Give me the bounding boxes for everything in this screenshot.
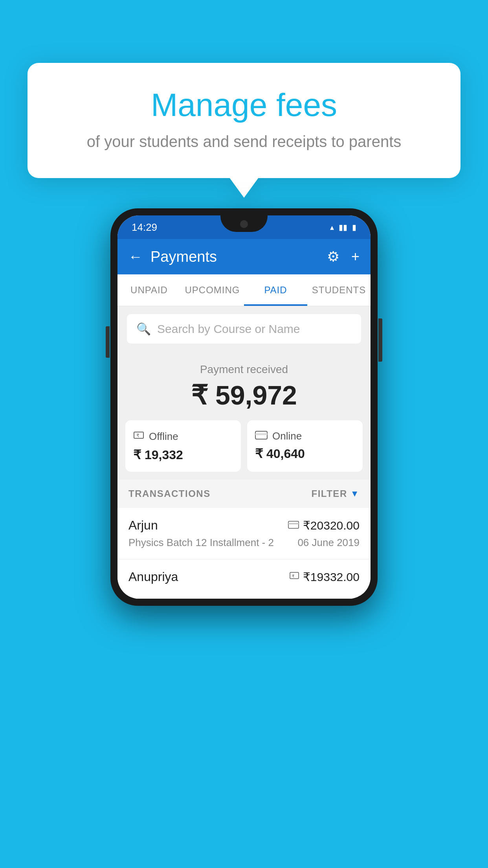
filter-icon: ▼ bbox=[350, 489, 360, 499]
svg-rect-4 bbox=[288, 521, 299, 528]
search-placeholder: Search by Course or Name bbox=[157, 322, 300, 336]
transaction-name: Anupriya bbox=[128, 570, 178, 584]
settings-icon[interactable]: ⚙ bbox=[327, 248, 339, 265]
filter-button[interactable]: FILTER ▼ bbox=[312, 488, 360, 499]
search-bar[interactable]: 🔍 Search by Course or Name bbox=[127, 314, 361, 344]
svg-text:₹: ₹ bbox=[136, 433, 139, 438]
cash-payment-icon: ₹ bbox=[290, 571, 299, 583]
battery-icon: ▮ bbox=[352, 223, 356, 232]
tooltip-title: Manage fees bbox=[55, 86, 433, 123]
transactions-header: TRANSACTIONS FILTER ▼ bbox=[117, 480, 371, 508]
phone-screen: 14:29 ▴ ▮▮ ▮ ← Payments ⚙ bbox=[117, 215, 371, 599]
transaction-amount: ₹20320.00 bbox=[303, 519, 360, 532]
total-payment-amount: ₹ 59,972 bbox=[125, 380, 363, 411]
offline-amount: ₹ 19,332 bbox=[133, 447, 233, 462]
camera bbox=[240, 220, 248, 228]
transaction-detail: Physics Batch 12 Installment - 2 bbox=[128, 537, 274, 549]
offline-icon: ₹ bbox=[133, 430, 144, 443]
status-icons: ▴ ▮▮ ▮ bbox=[330, 223, 356, 232]
tooltip-card: Manage fees of your students and send re… bbox=[28, 63, 460, 178]
online-label: Online bbox=[272, 430, 302, 442]
payment-summary: Payment received ₹ 59,972 ₹ bbox=[117, 351, 371, 480]
svg-rect-5 bbox=[288, 523, 299, 524]
online-card: Online ₹ 40,640 bbox=[247, 420, 363, 472]
offline-card-header: ₹ Offline bbox=[133, 430, 233, 443]
status-time: 14:29 bbox=[132, 221, 157, 234]
notch bbox=[220, 215, 268, 232]
signal-icon: ▮▮ bbox=[339, 223, 347, 232]
tab-unpaid[interactable]: UNPAID bbox=[117, 274, 181, 306]
transaction-bottom: Physics Batch 12 Installment - 2 06 June… bbox=[128, 537, 360, 549]
offline-label: Offline bbox=[149, 430, 178, 443]
card-payment-icon bbox=[288, 519, 299, 531]
transaction-name: Arjun bbox=[128, 518, 158, 533]
svg-text:₹: ₹ bbox=[292, 574, 294, 578]
search-container: 🔍 Search by Course or Name bbox=[117, 306, 371, 351]
app-header: ← Payments ⚙ + bbox=[117, 239, 371, 274]
transaction-amount: ₹19332.00 bbox=[303, 570, 360, 584]
offline-card: ₹ Offline ₹ 19,332 bbox=[125, 420, 241, 472]
tabs-bar: UNPAID UPCOMING PAID STUDENTS bbox=[117, 274, 371, 306]
svg-rect-3 bbox=[255, 433, 267, 435]
phone-mockup: 14:29 ▴ ▮▮ ▮ ← Payments ⚙ bbox=[110, 208, 378, 606]
transaction-row[interactable]: Anupriya ₹ ₹19332.00 bbox=[117, 559, 371, 599]
header-right: ⚙ + bbox=[327, 248, 360, 265]
transaction-date: 06 June 2019 bbox=[297, 537, 360, 549]
header-left: ← Payments bbox=[128, 248, 217, 265]
online-icon bbox=[255, 430, 268, 442]
add-icon[interactable]: + bbox=[351, 248, 360, 265]
wifi-icon: ▴ bbox=[330, 223, 334, 232]
payment-cards: ₹ Offline ₹ 19,332 bbox=[125, 420, 363, 472]
tooltip-subtitle: of your students and send receipts to pa… bbox=[55, 133, 433, 151]
transaction-top: Arjun ₹20320.00 bbox=[128, 518, 360, 533]
search-icon: 🔍 bbox=[136, 322, 151, 336]
online-card-header: Online bbox=[255, 430, 355, 442]
payment-received-label: Payment received bbox=[125, 363, 363, 376]
header-title: Payments bbox=[150, 248, 217, 265]
transaction-row[interactable]: Arjun ₹20320.00 Physics Batch 12 bbox=[117, 508, 371, 559]
online-amount: ₹ 40,640 bbox=[255, 446, 355, 461]
tab-students[interactable]: STUDENTS bbox=[307, 274, 371, 306]
phone-outer: 14:29 ▴ ▮▮ ▮ ← Payments ⚙ bbox=[110, 208, 378, 606]
back-button[interactable]: ← bbox=[128, 248, 143, 265]
transaction-top: Anupriya ₹ ₹19332.00 bbox=[128, 570, 360, 584]
transaction-amount-wrap: ₹ ₹19332.00 bbox=[290, 570, 360, 584]
transactions-label: TRANSACTIONS bbox=[128, 488, 211, 499]
tab-upcoming[interactable]: UPCOMING bbox=[181, 274, 244, 306]
transaction-amount-wrap: ₹20320.00 bbox=[288, 519, 360, 532]
svg-rect-6 bbox=[290, 572, 299, 579]
tab-paid[interactable]: PAID bbox=[244, 274, 307, 306]
status-bar: 14:29 ▴ ▮▮ ▮ bbox=[117, 215, 371, 239]
